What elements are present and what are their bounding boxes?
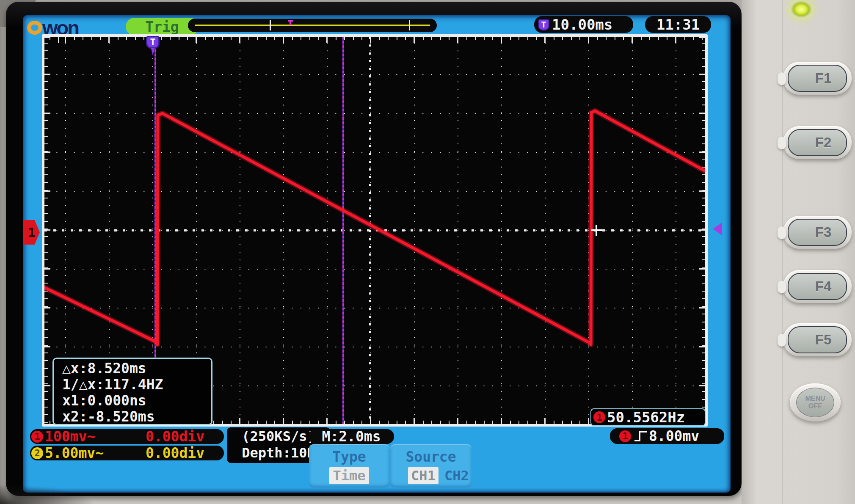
- timebase-readout: M:2.0ms: [309, 429, 394, 444]
- ch1-trace: [45, 111, 705, 344]
- ch1-offset: 0.00div: [146, 428, 204, 445]
- trigger-time-value: 10.00ms: [552, 16, 612, 33]
- f2-button[interactable]: F2: [788, 129, 847, 156]
- measure-1-over-dx: 1/△x:117.4HZ: [62, 377, 211, 393]
- trigger-level-value: 8.00mv: [649, 428, 699, 444]
- ch1-scale: 100mv~: [45, 428, 95, 445]
- ch1-badge: 1: [593, 411, 605, 423]
- ch1-badge: 1: [31, 431, 43, 443]
- memory-window-line: [195, 25, 430, 26]
- trigger-source-badge: 1: [619, 430, 631, 442]
- menu-off-button[interactable]: MENU OFF: [796, 388, 834, 417]
- trigger-level-arrow[interactable]: [713, 223, 722, 235]
- horizontal-position-bar[interactable]: [188, 19, 437, 32]
- ch1-status: 1 100mv~ 0.00div: [30, 429, 224, 444]
- ch2-status: 2 5.00mv~ 0.00div: [30, 446, 224, 460]
- menu-source-ch1-option[interactable]: CH1: [408, 467, 439, 484]
- screen-bezel: won Trig T 10.00ms 11:31: [6, 2, 742, 496]
- f3-button-surround: F3: [783, 216, 852, 249]
- graticule-grid: T △x:8.520ms 1/△x:117.4HZ x1:0.000ns x2:…: [44, 37, 705, 424]
- measure-dx: △x:8.520ms: [62, 361, 211, 377]
- clock-value: 11:31: [656, 16, 700, 33]
- trigger-level-readout: 1 8.00mv: [610, 428, 724, 444]
- frequency-value: 50.5562Hz: [607, 409, 685, 426]
- graticule: T △x:8.520ms 1/△x:117.4HZ x1:0.000ns x2:…: [42, 34, 708, 427]
- trigger-t-icon: T: [538, 19, 549, 30]
- menu-type-value[interactable]: Time: [329, 467, 369, 484]
- trig-status-badge: Trig: [126, 18, 199, 36]
- ch2-badge: 2: [31, 447, 43, 459]
- f1-button-surround: F1: [783, 62, 852, 95]
- menu-source-label: Source: [390, 444, 472, 465]
- menu-source-ch2-option[interactable]: CH2: [444, 467, 469, 484]
- menu-source-button[interactable]: Source CH1 CH2: [390, 444, 472, 487]
- trigger-time-readout: T 10.00ms: [534, 16, 633, 33]
- rising-edge-icon: [634, 431, 647, 441]
- window-end-tick: [409, 20, 410, 30]
- f4-button-surround: F4: [783, 270, 852, 303]
- chassis-bottom-shadow: [0, 485, 93, 504]
- ch2-offset: 0.00div: [146, 445, 204, 461]
- f5-button[interactable]: F5: [788, 326, 847, 353]
- menu-off-button-surround: MENU OFF: [790, 383, 841, 421]
- measure-x1: x1:0.000ns: [62, 393, 211, 409]
- measure-x2: x2:-8.520ms: [62, 409, 211, 425]
- ch2-scale: 5.00mv~: [45, 445, 104, 461]
- window-start-tick: [270, 20, 271, 30]
- owon-logo-icon: [27, 21, 42, 35]
- trigger-position-marker[interactable]: T: [146, 36, 160, 49]
- frequency-counter: 1 50.5562Hz: [590, 408, 706, 426]
- menu-off-line1: MENU: [805, 395, 825, 402]
- trigger-position-mini-icon: [288, 20, 293, 22]
- f4-button[interactable]: F4: [788, 273, 847, 300]
- timebase-value: M:2.0ms: [322, 428, 381, 445]
- ch1-ground-marker[interactable]: 1: [24, 220, 40, 245]
- oscilloscope-screen: won Trig T 10.00ms 11:31: [23, 15, 731, 493]
- f2-button-surround: F2: [783, 126, 852, 159]
- f5-button-surround: F5: [783, 323, 852, 356]
- menu-off-line2: OFF: [808, 402, 822, 410]
- menu-type-button[interactable]: Type Time: [309, 444, 389, 487]
- cursor-measure-box: △x:8.520ms 1/△x:117.4HZ x1:0.000ns x2:-8…: [52, 358, 212, 425]
- f3-button[interactable]: F3: [788, 219, 847, 246]
- f1-button[interactable]: F1: [788, 65, 847, 92]
- menu-type-label: Type: [309, 444, 389, 465]
- power-led: [791, 1, 812, 18]
- clock: 11:31: [645, 16, 711, 33]
